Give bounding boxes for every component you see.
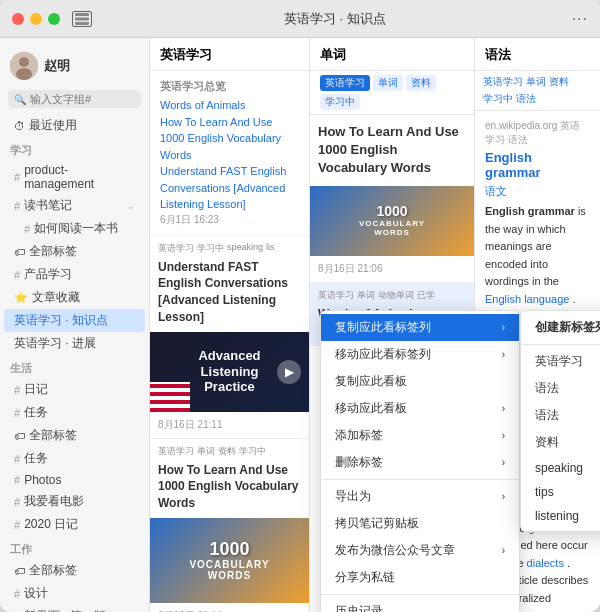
submenu-divider (521, 344, 600, 345)
menu-item-move-board[interactable]: 移动应此看板 › (321, 395, 519, 422)
menu-divider2 (321, 594, 519, 595)
submenu-arrow5: › (502, 457, 505, 468)
menu-item-history[interactable]: 历史记录... (321, 598, 519, 612)
overlay: 复制应此看标签列 › 移动应此看标签列 › 复制应此看板 移动应此看板 › 添加… (0, 0, 600, 612)
menu-item-copy-tag-column[interactable]: 复制应此看标签列 › (321, 314, 519, 341)
submenu-item-tips[interactable]: tips (521, 480, 600, 504)
submenu-item-listening[interactable]: listening (521, 504, 600, 528)
menu-divider1 (321, 479, 519, 480)
submenu-arrow3: › (502, 403, 505, 414)
submenu-item-material[interactable]: 资料 (521, 429, 600, 456)
menu-item-copy-clipboard[interactable]: 拷贝笔记剪贴板 (321, 510, 519, 537)
submenu-new-column[interactable]: 创建新标签列 英语学习 语法 语法 资料 speaking tips liste… (520, 310, 600, 532)
submenu-item-speaking[interactable]: speaking (521, 456, 600, 480)
submenu-arrow7: › (502, 545, 505, 556)
submenu-item-grammar1[interactable]: 语法 (521, 375, 600, 402)
menu-item-copy-board[interactable]: 复制应此看板 (321, 368, 519, 395)
submenu-arrow6: › (502, 491, 505, 502)
menu-item-wechat[interactable]: 发布为微信公众号文章 › (321, 537, 519, 564)
menu-item-add-tag[interactable]: 添加标签 › (321, 422, 519, 449)
submenu-item-grammar2[interactable]: 语法 (521, 402, 600, 429)
context-menu[interactable]: 复制应此看标签列 › 移动应此看标签列 › 复制应此看板 移动应此看板 › 添加… (320, 310, 520, 612)
menu-item-export[interactable]: 导出为 › (321, 483, 519, 510)
menu-item-delete-tag[interactable]: 删除标签 › (321, 449, 519, 476)
submenu-arrow2: › (502, 349, 505, 360)
submenu-arrow4: › (502, 430, 505, 441)
submenu-arrow: › (502, 322, 505, 333)
submenu-item-create-new[interactable]: 创建新标签列 (521, 314, 600, 341)
submenu-item-english[interactable]: 英语学习 (521, 348, 600, 375)
menu-item-move-tag-column[interactable]: 移动应此看标签列 › (321, 341, 519, 368)
menu-item-private-link[interactable]: 分享为私链 (321, 564, 519, 591)
